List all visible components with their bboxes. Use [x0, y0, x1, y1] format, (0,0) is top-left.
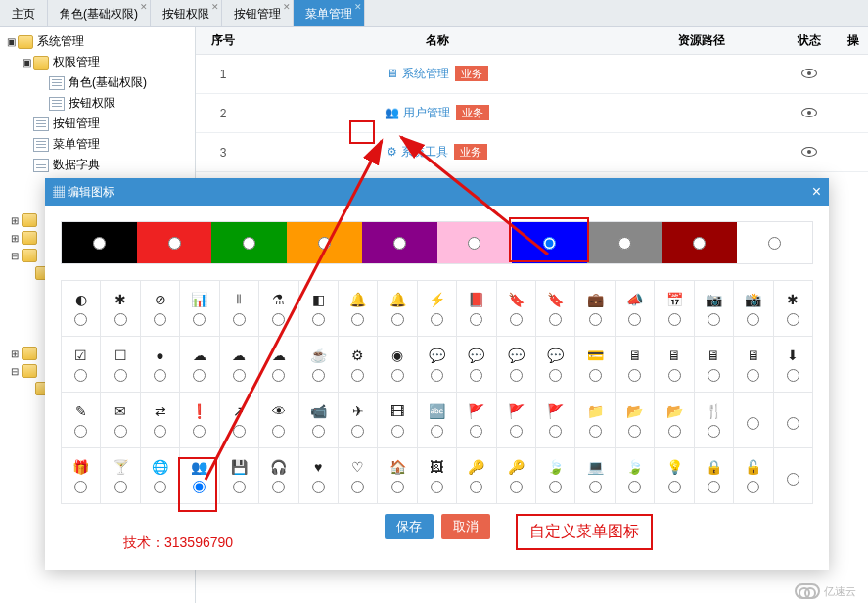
table-row[interactable]: 1 🖥系统管理业务	[196, 55, 868, 94]
icon-cell[interactable]: ♡	[339, 448, 378, 504]
icon-cell[interactable]: 🍃	[536, 448, 575, 504]
icon-cell[interactable]: 🔒	[695, 448, 734, 504]
icon-cell[interactable]: 🎁	[62, 448, 101, 504]
color-swatch[interactable]	[137, 222, 212, 263]
icon-cell[interactable]: ☐	[101, 337, 140, 393]
tab-menu-mgmt[interactable]: 菜单管理✕	[294, 0, 365, 26]
icon-cell[interactable]: 🔔	[378, 281, 417, 337]
icon-cell[interactable]: 🌐	[141, 448, 180, 504]
icon-cell[interactable]: 🔖	[536, 281, 575, 337]
tree-node-btn-perm[interactable]: 按钮权限	[31, 93, 195, 114]
icon-cell[interactable]: 🚩	[497, 393, 536, 448]
icon-cell[interactable]: 📅	[655, 281, 694, 337]
icon-cell[interactable]: ⊘	[141, 281, 180, 337]
icon-cell[interactable]: 📷	[695, 281, 734, 337]
icon-cell[interactable]: 🔖	[497, 281, 536, 337]
close-icon[interactable]: ×	[812, 183, 821, 201]
close-icon[interactable]: ✕	[283, 2, 291, 12]
icon-cell[interactable]: 📣	[616, 281, 655, 337]
icon-cell[interactable]: 🔤	[418, 393, 457, 448]
eye-icon[interactable]	[801, 69, 817, 78]
icon-cell[interactable]: 🍴	[695, 393, 734, 448]
close-icon[interactable]: ✕	[354, 2, 362, 12]
icon-cell[interactable]: ✱	[774, 281, 813, 337]
icon-cell[interactable]: 🔓	[734, 448, 773, 504]
icon-cell[interactable]: ✱	[101, 281, 140, 337]
icon-cell[interactable]: ⦀	[220, 281, 259, 337]
icon-cell[interactable]: 💬	[418, 337, 457, 393]
save-button[interactable]: 保存	[385, 514, 434, 539]
icon-cell[interactable]: 👁	[259, 393, 298, 448]
close-icon[interactable]: ✕	[140, 2, 148, 12]
icon-cell[interactable]	[774, 393, 813, 448]
icon-cell[interactable]: ⚗	[259, 281, 298, 337]
icon-cell[interactable]: 📹	[299, 393, 339, 448]
icon-cell[interactable]: ☕	[299, 337, 339, 393]
icon-cell[interactable]: 🖼	[418, 448, 457, 504]
icon-cell[interactable]: 💬	[536, 337, 575, 393]
icon-cell[interactable]: ●	[141, 337, 180, 393]
icon-cell[interactable]: ☁	[180, 337, 219, 393]
close-icon[interactable]: ✕	[211, 2, 219, 12]
table-row[interactable]: 3 ⚙系统工具业务	[196, 133, 868, 172]
color-swatch[interactable]	[737, 222, 812, 263]
icon-cell[interactable]: ◉	[378, 337, 417, 393]
icon-cell[interactable]: 📊	[180, 281, 219, 337]
icon-cell[interactable]: 👥	[180, 448, 219, 504]
color-swatch[interactable]	[437, 222, 513, 263]
icon-cell[interactable]: ⚙	[339, 337, 378, 393]
cancel-button[interactable]: 取消	[441, 514, 490, 539]
icon-cell[interactable]: ☁	[220, 337, 259, 393]
icon-cell[interactable]: ♥	[299, 448, 339, 504]
icon-cell[interactable]: 📂	[655, 393, 694, 448]
icon-cell[interactable]: 🚩	[457, 393, 496, 448]
tree-node-btn-mgmt[interactable]: 按钮管理	[16, 114, 195, 134]
icon-cell[interactable]: 💡	[655, 448, 694, 504]
tab-btn-perm[interactable]: 按钮权限✕	[151, 0, 222, 26]
icon-cell[interactable]: 🚩	[536, 393, 575, 448]
icon-cell[interactable]: ◐	[62, 281, 101, 337]
icon-cell[interactable]: 🎞	[378, 393, 417, 448]
color-swatch[interactable]	[362, 222, 437, 263]
tab-roles[interactable]: 角色(基础权限)✕	[48, 0, 151, 26]
icon-cell[interactable]: 📂	[616, 393, 655, 448]
icon-cell[interactable]	[734, 393, 773, 448]
tree-node-perm[interactable]: ▣权限管理	[16, 52, 195, 72]
tree-node-system[interactable]: ▣系统管理	[0, 31, 195, 52]
tree-node-dict[interactable]: 数据字典	[16, 155, 195, 175]
eye-icon[interactable]	[801, 108, 817, 117]
icon-cell[interactable]: 💾	[220, 448, 259, 504]
eye-icon[interactable]	[801, 147, 817, 157]
icon-cell[interactable]: 🖥	[655, 337, 694, 393]
icon-cell[interactable]: 🏠	[378, 448, 417, 504]
icon-cell[interactable]: 🖥	[616, 337, 655, 393]
icon-cell[interactable]: ↗	[220, 393, 259, 448]
tab-home[interactable]: 主页	[0, 0, 48, 26]
icon-cell[interactable]: ✈	[339, 393, 378, 448]
icon-cell[interactable]: 🖥	[695, 337, 734, 393]
icon-cell[interactable]: 📁	[575, 393, 615, 448]
tree-node-menu-mgmt[interactable]: 菜单管理	[16, 134, 195, 155]
color-swatch[interactable]	[662, 222, 738, 263]
icon-cell[interactable]: ⬇	[774, 337, 813, 393]
icon-cell[interactable]: 🔑	[457, 448, 496, 504]
icon-cell[interactable]: 🍃	[616, 448, 655, 504]
icon-cell[interactable]: ☑	[62, 337, 101, 393]
tree-node-roles[interactable]: 角色(基础权限)	[31, 72, 195, 93]
icon-cell[interactable]: 🎧	[259, 448, 298, 504]
icon-cell[interactable]: 💬	[497, 337, 536, 393]
icon-cell[interactable]: ✉	[101, 393, 140, 448]
tab-btn-mgmt[interactable]: 按钮管理✕	[222, 0, 294, 26]
color-swatch[interactable]	[211, 222, 287, 263]
color-swatch[interactable]	[287, 222, 362, 263]
icon-cell[interactable]: 📕	[457, 281, 496, 337]
icon-cell[interactable]: ⇄	[141, 393, 180, 448]
icon-cell[interactable]	[774, 448, 813, 504]
icon-cell[interactable]: 📸	[734, 281, 773, 337]
icon-cell[interactable]: 🖥	[734, 337, 773, 393]
color-swatch[interactable]	[512, 222, 587, 263]
icon-cell[interactable]: 🍸	[101, 448, 140, 504]
icon-cell[interactable]: ✎	[62, 393, 101, 448]
icon-cell[interactable]: 💼	[575, 281, 615, 337]
icon-cell[interactable]: 💳	[575, 337, 615, 393]
